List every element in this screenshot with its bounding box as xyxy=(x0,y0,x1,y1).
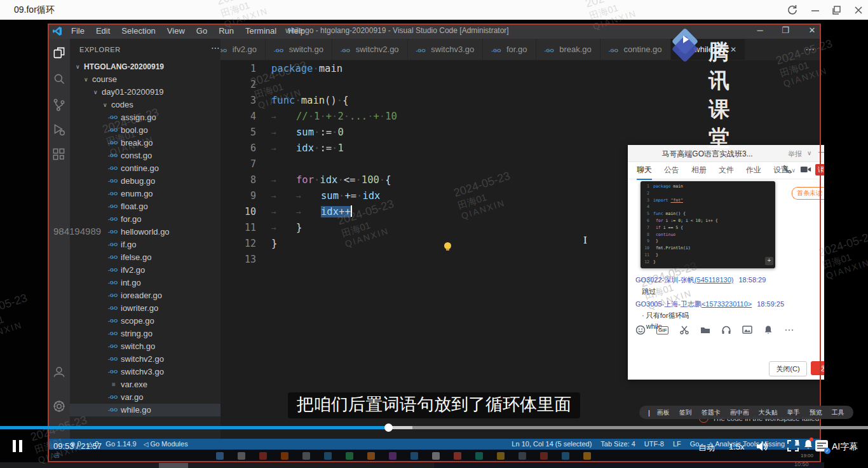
chevron-down-icon[interactable]: ∨ xyxy=(807,149,811,156)
vscode-close-icon[interactable]: ✕ xyxy=(806,25,818,35)
tree-item-iowriter.go[interactable]: -GOiowriter.go xyxy=(70,302,220,315)
classroom-tool-签到[interactable]: 签到 xyxy=(679,408,692,417)
volume-icon[interactable] xyxy=(755,439,769,453)
ai-caption-label[interactable]: AI字幕 xyxy=(832,441,858,453)
run-debug-icon[interactable] xyxy=(51,122,67,137)
tree-item-course[interactable]: ∨course xyxy=(70,73,220,86)
ai-caption-icon[interactable]: ✓ xyxy=(815,440,828,451)
restore-icon[interactable] xyxy=(830,3,844,17)
editor-actions-more-icon[interactable]: ⋯ xyxy=(805,44,815,55)
gif-icon[interactable]: GIF xyxy=(656,326,668,334)
tree-item-int.go[interactable]: -GOint.go xyxy=(70,277,220,289)
explorer-more-icon[interactable]: ⋯ xyxy=(211,43,220,53)
tree-item-scope.go[interactable]: -GOscope.go xyxy=(70,315,220,327)
tab-switch.go[interactable]: -GO switch.go xyxy=(266,39,332,60)
phone-call-icon[interactable] xyxy=(782,164,795,176)
tree-item-switchv3.go[interactable]: -GOswitchv3.go xyxy=(70,366,220,378)
tab-ifv2.go[interactable]: -GO ifv2.go xyxy=(220,39,265,60)
headset-icon[interactable] xyxy=(721,325,731,335)
tree-item-var.exe[interactable]: ≡var.exe xyxy=(70,378,220,391)
chat-tab-聊天[interactable]: 聊天 xyxy=(637,165,652,176)
tree-item-ioreader.go[interactable]: -GOioreader.go xyxy=(70,289,220,302)
go-file-icon: -GO xyxy=(108,327,118,340)
classroom-tool-预览[interactable]: 预览 xyxy=(810,408,822,417)
vscode-restore-icon[interactable]: ❐ xyxy=(780,25,791,35)
mouse-text-cursor: I xyxy=(583,235,587,246)
tab-break.go[interactable]: -GO break.go xyxy=(536,39,600,60)
tab-switchv2.go[interactable]: -GO switchv2.go xyxy=(332,39,407,60)
image-zoom-icon[interactable]: + xyxy=(765,257,773,265)
speed-button[interactable]: 1.5x xyxy=(729,442,745,451)
tree-item-for.go[interactable]: -GOfor.go xyxy=(70,213,220,226)
tab-for.go[interactable]: -GO for.go xyxy=(483,39,535,60)
tree-item-ifv2.go[interactable]: -GOifv2.go xyxy=(70,264,220,277)
tab-contine.go[interactable]: -GO contine.go xyxy=(600,39,670,60)
chat-report-link[interactable]: 举报 xyxy=(788,149,802,159)
tree-item-var.go[interactable]: -GOvar.go xyxy=(70,391,220,404)
classroom-tool-举手[interactable]: 举手 xyxy=(787,408,800,417)
quality-button[interactable]: 自动 xyxy=(698,442,715,453)
tree-item-day01-20200919[interactable]: ∨day01-20200919 xyxy=(70,86,220,99)
image-icon[interactable] xyxy=(742,325,752,335)
refresh-icon[interactable] xyxy=(785,3,799,17)
tree-item-bool.go[interactable]: -GObool.go xyxy=(70,124,220,137)
video-progress-bar[interactable] xyxy=(0,426,868,429)
tree-item-while.go[interactable]: -GOwhile.go xyxy=(70,404,220,416)
tree-item-break.go[interactable]: -GObreak.go xyxy=(70,137,220,149)
scissors-icon[interactable] xyxy=(679,325,689,335)
settings-icon[interactable] xyxy=(51,399,67,414)
search-icon[interactable] xyxy=(51,72,67,87)
more-icon[interactable]: ⋯ xyxy=(784,324,794,336)
tree-item-assign.go[interactable]: -GOassign.go xyxy=(70,111,220,124)
chat-minimize-icon[interactable]: — xyxy=(818,148,824,156)
tree-item-if.go[interactable]: -GOif.go xyxy=(70,238,220,251)
folder-icon[interactable] xyxy=(700,325,710,335)
chat-tab-相册[interactable]: 相册 xyxy=(691,165,707,176)
tree-item-codes[interactable]: ∨codes xyxy=(70,99,220,111)
extensions-icon[interactable] xyxy=(51,147,67,162)
tree-item-debug.go[interactable]: -GOdebug.go xyxy=(70,175,220,188)
first-unread-pill[interactable]: 首条未读 xyxy=(792,187,824,200)
classroom-tool-大头贴[interactable]: 大头贴 xyxy=(759,408,778,417)
tree-item-HTGOLANG-20200919[interactable]: ∨HTGOLANG-20200919 xyxy=(70,60,220,73)
pause-button[interactable] xyxy=(13,440,24,452)
progress-handle[interactable] xyxy=(384,423,393,432)
chat-tab-作业[interactable]: 作业 xyxy=(746,165,761,176)
chat-tab-公告[interactable]: 公告 xyxy=(664,165,679,176)
video-call-icon[interactable] xyxy=(800,164,813,176)
sender-qq-number[interactable]: (545118130) xyxy=(695,276,734,284)
chat-tab-文件[interactable]: 文件 xyxy=(719,165,734,176)
smiley-icon[interactable] xyxy=(635,325,646,335)
chat-close-button[interactable]: 关闭(C) xyxy=(769,361,807,376)
classroom-tool-答题卡[interactable]: 答题卡 xyxy=(702,408,721,417)
vscode-minimize-icon[interactable]: ─ xyxy=(754,25,766,35)
classroom-toolbar: | 画板签到答题卡画中画大头贴举手预览工具 xyxy=(639,406,853,419)
chat-send-button[interactable]: 发送 xyxy=(811,361,824,375)
class-badge[interactable]: 课 xyxy=(815,164,824,176)
tree-item-const.go[interactable]: -GOconst.go xyxy=(70,149,220,162)
classroom-tool-画中画[interactable]: 画中画 xyxy=(730,408,749,417)
classroom-tool-画板[interactable]: 画板 xyxy=(657,408,670,417)
tree-item-float.go[interactable]: -GOfloat.go xyxy=(70,200,220,213)
tree-item-switch.go[interactable]: -GOswitch.go xyxy=(70,340,220,353)
sender-qq-number[interactable]: <15733230110> xyxy=(702,300,752,308)
tree-item-label: enum.go xyxy=(121,188,153,200)
tree-item-string.go[interactable]: -GOstring.go xyxy=(70,327,220,340)
tree-item-ifelse.go[interactable]: -GOifelse.go xyxy=(70,251,220,264)
explorer-icon[interactable] xyxy=(51,45,67,60)
toolbar-handle[interactable]: | xyxy=(648,409,650,416)
tab-switchv3.go[interactable]: -GO switchv3.go xyxy=(408,39,483,60)
fullscreen-icon[interactable] xyxy=(787,439,801,453)
app-titlebar: 09.for循环 xyxy=(0,0,868,20)
account-icon[interactable] xyxy=(51,364,67,380)
tree-item-contine.go[interactable]: -GOcontine.go xyxy=(70,162,220,175)
tree-item-enum.go[interactable]: -GOenum.go xyxy=(70,188,220,200)
source-control-icon[interactable] xyxy=(51,97,67,113)
lightbulb-icon[interactable] xyxy=(444,242,451,249)
chat-code-screenshot[interactable]: 1package main23import "fmt"45func main()… xyxy=(641,181,775,268)
classroom-tool-工具[interactable]: 工具 xyxy=(832,408,844,417)
tree-item-switchv2.go[interactable]: -GOswitchv2.go xyxy=(70,353,220,366)
bell-icon[interactable] xyxy=(763,325,773,335)
minimize-icon[interactable] xyxy=(808,3,822,17)
close-icon[interactable] xyxy=(851,3,865,17)
